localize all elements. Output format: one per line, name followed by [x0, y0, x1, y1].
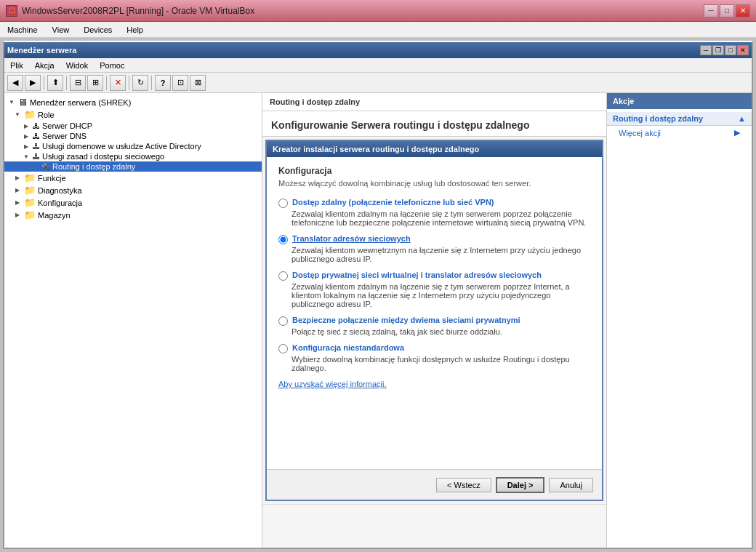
tree-panel: ▼ 🖥 Menedżer serwera (SHREK) ▼ 📁 Role ▶ … — [4, 93, 262, 548]
actions-header-title: Akcje — [613, 97, 634, 105]
tree-item-uslugi[interactable]: ▼ 🖧 Usługi zasad i dostępu sieciowego — [4, 151, 262, 161]
tree-icon-magazyn: 📁 — [24, 209, 36, 220]
tree-item-magazyn[interactable]: ▶ 📁 Magazyn — [4, 209, 262, 221]
main-heading-area: Konfigurowanie Serwera routingu i dostęp… — [262, 111, 606, 137]
tb-show-hide[interactable]: ⊟ — [70, 75, 86, 91]
window-title: WindowsServer2008R2PL [Running] - Oracle… — [22, 6, 254, 16]
radio-4[interactable] — [278, 316, 288, 326]
radio-desc-5: Wybierz dowolną kombinację funkcji dostę… — [278, 355, 590, 372]
tree-icon-uslugi: 🖧 — [33, 153, 40, 161]
tree-item-dhcp[interactable]: ▶ 🖧 Serwer DHCP — [4, 121, 262, 131]
sm-menu-pomoc[interactable]: Pomoc — [94, 60, 130, 71]
bottom-empty-area — [262, 504, 606, 548]
tree-item-routing[interactable]: 🔌 Routing i dostęp zdalny — [4, 161, 262, 172]
sm-maximize[interactable]: □ — [725, 45, 736, 55]
tb-help[interactable]: ? — [155, 75, 171, 91]
tree-icon-dns: 🖧 — [33, 132, 40, 140]
sm-restore[interactable]: ❐ — [712, 45, 724, 55]
sm-menu-widok[interactable]: Widok — [60, 60, 94, 71]
radio-label-1: Dostęp zdalny (połączenie telefoniczne l… — [292, 198, 494, 207]
tb-sep2 — [66, 76, 67, 90]
tree-item-role[interactable]: ▼ 📁 Role — [4, 108, 262, 121]
sm-content: ▼ 🖥 Menedżer serwera (SHREK) ▼ 📁 Role ▶ … — [4, 93, 752, 548]
wizard-footer: < Wstecz Dalej > Anuluj — [267, 469, 602, 500]
menu-view[interactable]: View — [45, 22, 77, 37]
content-header: Routing i dostęp zdalny — [262, 93, 606, 111]
tree-item-funkcje[interactable]: ▶ 📁 Funkcje — [4, 172, 262, 184]
tree-root[interactable]: ▼ 🖥 Menedżer serwera (SHREK) — [4, 96, 262, 108]
radio-label-2: Translator adresów sieciowych — [292, 234, 411, 243]
tree-expand-routing[interactable] — [31, 162, 39, 171]
tree-expand-root[interactable]: ▼ — [7, 98, 16, 107]
sm-close[interactable]: ✕ — [737, 45, 749, 55]
sm-menu-plik[interactable]: Plik — [4, 60, 29, 71]
radio-label-4: Bezpieczne połączenie między dwiema siec… — [292, 316, 520, 324]
app-icon: ☐ — [6, 5, 17, 17]
wizard-section-title: Konfiguracja — [278, 166, 590, 176]
tree-item-konfiguracja[interactable]: ▶ 📁 Konfiguracja — [4, 196, 262, 209]
radio-option-1: Dostęp zdalny (połączenie telefoniczne l… — [278, 198, 590, 227]
wizard-more-info-link[interactable]: Aby uzyskać więcej informacji. — [278, 380, 590, 388]
tree-expand-dhcp[interactable]: ▶ — [22, 121, 31, 130]
wizard-dialog: Kreator instalacji serwera routingu i do… — [265, 140, 603, 501]
tb-delete[interactable]: ✕ — [110, 75, 126, 91]
btn-cancel[interactable]: Anuluj — [549, 478, 593, 492]
tree-expand-diagnostyka[interactable]: ▶ — [13, 186, 22, 195]
window-controls: ─ □ ✕ — [704, 4, 750, 17]
tree-icon-root: 🖥 — [18, 97, 28, 108]
server-manager-window: Menedżer serwera ─ ❐ □ ✕ Plik Akcja Wido… — [3, 41, 753, 549]
tree-expand-magazyn[interactable]: ▶ — [13, 211, 22, 220]
tree-expand-ad[interactable]: ▶ — [22, 142, 31, 151]
actions-section: Routing i dostęp zdalny ▲ Więcej akcji ▶ — [607, 109, 752, 143]
menu-help[interactable]: Help — [119, 22, 150, 37]
tree-label-root: Menedżer serwera (SHREK) — [30, 98, 131, 107]
radio-1[interactable] — [278, 199, 288, 208]
radio-label-5: Konfiguracja niestandardowa — [292, 343, 404, 352]
tree-label-role: Role — [38, 111, 55, 119]
tb-expand[interactable]: ⊞ — [87, 75, 103, 91]
close-button[interactable]: ✕ — [736, 4, 750, 17]
tree-icon-konfiguracja: 📁 — [24, 197, 36, 208]
actions-section-title: Routing i dostęp zdalny ▲ — [607, 112, 752, 126]
tree-icon-dhcp: 🖧 — [33, 122, 40, 130]
radio-option-3: Dostęp prywatnej sieci wirtualnej i tran… — [278, 271, 590, 308]
tree-expand-uslugi[interactable]: ▼ — [22, 152, 31, 161]
tree-label-uslugi: Usługi zasad i dostępu sieciowego — [42, 152, 164, 161]
menu-devices[interactable]: Devices — [76, 22, 119, 37]
main-window: Menedżer serwera ─ ❐ □ ✕ Plik Akcja Wido… — [0, 38, 756, 552]
actions-header: Akcje — [607, 93, 752, 109]
tree-expand-funkcje[interactable]: ▶ — [13, 174, 22, 183]
sm-minimize[interactable]: ─ — [700, 45, 712, 55]
tree-label-funkcje: Funkcje — [38, 174, 66, 183]
radio-label-3: Dostęp prywatnej sieci wirtualnej i tran… — [292, 271, 542, 279]
content-header-title: Routing i dostęp zdalny — [270, 97, 360, 106]
radio-5[interactable] — [278, 344, 288, 353]
tree-icon-funkcje: 📁 — [24, 172, 36, 183]
btn-back[interactable]: < Wstecz — [436, 478, 491, 492]
tb-back[interactable]: ◀ — [7, 75, 23, 91]
tb-refresh[interactable]: ↻ — [132, 75, 148, 91]
menu-machine[interactable]: Machine — [0, 22, 45, 37]
sm-menu-akcja[interactable]: Akcja — [29, 60, 60, 71]
minimize-button[interactable]: ─ — [704, 4, 718, 17]
tree-label-konfiguracja: Konfiguracja — [38, 199, 82, 207]
maximize-button[interactable]: □ — [720, 4, 734, 17]
tree-expand-dns[interactable]: ▶ — [22, 132, 31, 140]
tree-label-diagnostyka: Diagnostyka — [38, 186, 82, 195]
actions-more-item[interactable]: Więcej akcji ▶ — [607, 126, 752, 140]
tree-item-diagnostyka[interactable]: ▶ 📁 Diagnostyka — [4, 184, 262, 196]
tb-extra2[interactable]: ⊠ — [190, 75, 206, 91]
tb-sep3 — [106, 76, 107, 90]
btn-next[interactable]: Dalej > — [496, 477, 545, 493]
radio-3[interactable] — [278, 271, 288, 281]
tb-forward[interactable]: ▶ — [25, 75, 41, 91]
tree-item-ad[interactable]: ▶ 🖧 Usługi domenowe w usłudze Active Dir… — [4, 141, 262, 151]
tree-expand-konfiguracja[interactable]: ▶ — [13, 199, 22, 207]
radio-2[interactable] — [278, 235, 288, 244]
tb-up[interactable]: ⬆ — [47, 75, 63, 91]
actions-section-arrow[interactable]: ▲ — [738, 114, 746, 123]
tb-extra1[interactable]: ⊡ — [172, 75, 188, 91]
tree-expand-role[interactable]: ▼ — [13, 111, 22, 119]
tree-item-dns[interactable]: ▶ 🖧 Serwer DNS — [4, 131, 262, 141]
menu-bar: Machine View Devices Help — [0, 22, 756, 38]
